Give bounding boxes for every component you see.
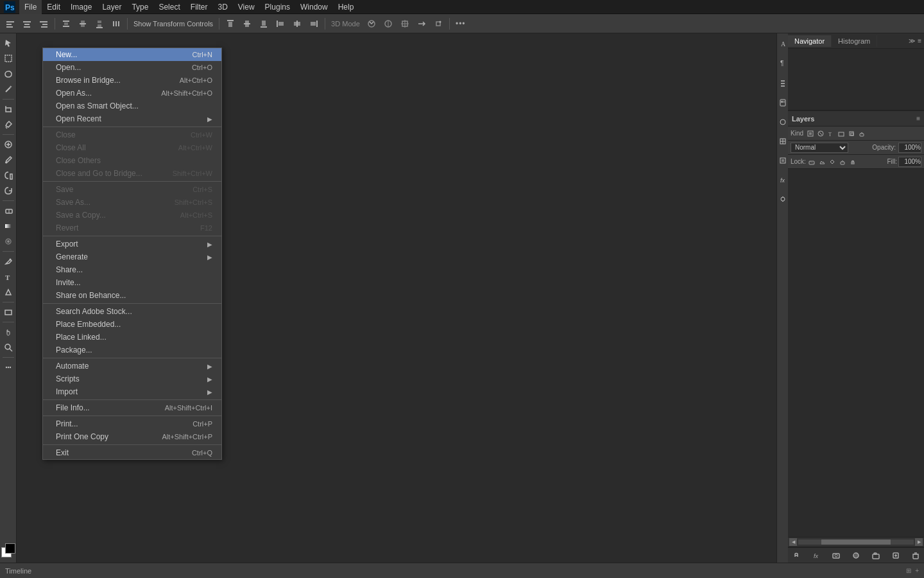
rectangle-tool[interactable] bbox=[1, 305, 15, 319]
magic-wand-tool[interactable] bbox=[1, 82, 15, 96]
brush-tool[interactable] bbox=[1, 153, 15, 167]
adjust-panel-icon[interactable] bbox=[778, 190, 788, 208]
menu-filter[interactable]: Filter bbox=[185, 0, 213, 14]
type-tool[interactable]: T bbox=[1, 270, 15, 284]
lock-transparent-btn[interactable] bbox=[807, 157, 816, 166]
delete-layer-btn[interactable] bbox=[910, 550, 921, 561]
lock-position-btn[interactable] bbox=[838, 157, 847, 166]
menu-item-invite---[interactable]: Invite... bbox=[43, 276, 221, 289]
menu-item-place-linked---[interactable]: Place Linked... bbox=[43, 331, 221, 344]
menu-item-print-one-copy[interactable]: Print One CopyAlt+Shift+Ctrl+P bbox=[43, 430, 221, 443]
brush-panel-icon[interactable] bbox=[778, 113, 788, 131]
menu-item-file-info---[interactable]: File Info...Alt+Shift+Ctrl+I bbox=[43, 401, 221, 414]
dist-bot-btn[interactable] bbox=[92, 16, 107, 31]
add-mask-btn[interactable] bbox=[830, 550, 842, 561]
menu-file[interactable]: File bbox=[19, 0, 42, 14]
menu-item-package---[interactable]: Package... bbox=[43, 344, 221, 356]
menu-item-import[interactable]: Import▶ bbox=[43, 385, 221, 398]
menu-item-print---[interactable]: Print...Ctrl+P bbox=[43, 417, 221, 430]
adjustment-filter-icon[interactable] bbox=[816, 129, 825, 138]
healing-tool[interactable] bbox=[1, 137, 15, 152]
lasso-tool[interactable] bbox=[1, 67, 15, 81]
scroll-right-btn[interactable]: ▶ bbox=[915, 538, 923, 546]
3d-roll-btn[interactable] bbox=[381, 16, 396, 31]
lock-filter-icon[interactable] bbox=[857, 129, 866, 138]
properties-panel-icon[interactable] bbox=[778, 74, 788, 92]
add-timeline-icon[interactable]: + bbox=[915, 567, 919, 574]
dist-mid-btn[interactable] bbox=[75, 16, 90, 31]
dist-top-btn[interactable] bbox=[58, 16, 74, 31]
menu-edit[interactable]: Edit bbox=[42, 0, 65, 14]
dist-vert-btn[interactable] bbox=[108, 16, 124, 31]
new-layer-btn[interactable] bbox=[890, 550, 902, 561]
menu-help[interactable]: Help bbox=[333, 0, 359, 14]
lock-image-btn[interactable] bbox=[817, 157, 826, 166]
zoom-tool[interactable] bbox=[1, 340, 15, 355]
layers-menu-icon[interactable]: ≡ bbox=[916, 115, 920, 122]
menu-item-open---[interactable]: Open...Ctrl+O bbox=[43, 61, 221, 74]
align-top-btn[interactable] bbox=[223, 16, 238, 31]
align-center-btn[interactable] bbox=[19, 16, 35, 31]
fx-panel-icon[interactable]: fx bbox=[778, 171, 788, 189]
menu-item-share-on-behance---[interactable]: Share on Behance... bbox=[43, 289, 221, 302]
menu-item-search-adobe-stock---[interactable]: Search Adobe Stock... bbox=[43, 305, 221, 318]
eyedropper-tool[interactable] bbox=[1, 118, 15, 132]
text-panel-icon[interactable]: A bbox=[778, 36, 788, 54]
pen-tool[interactable] bbox=[1, 254, 15, 268]
menu-image[interactable]: Image bbox=[65, 0, 97, 14]
menu-item-new---[interactable]: New...Ctrl+N bbox=[43, 48, 221, 61]
menu-select[interactable]: Select bbox=[153, 0, 185, 14]
menu-item-exit[interactable]: ExitCtrl+Q bbox=[43, 446, 221, 459]
extra-tools-btn[interactable] bbox=[1, 360, 15, 374]
table-panel-icon[interactable] bbox=[778, 132, 788, 150]
menu-item-browse-in-bridge---[interactable]: Browse in Bridge...Alt+Ctrl+O bbox=[43, 74, 221, 87]
move-tool[interactable] bbox=[1, 36, 15, 50]
blur-tool[interactable] bbox=[1, 234, 15, 249]
3d-rot-btn[interactable] bbox=[364, 16, 379, 31]
3d-pan-btn[interactable] bbox=[397, 16, 413, 31]
menu-item-place-embedded---[interactable]: Place Embedded... bbox=[43, 318, 221, 331]
menu-3d[interactable]: 3D bbox=[212, 0, 232, 14]
smartobj-filter-icon[interactable] bbox=[847, 129, 856, 138]
align-hmid-btn[interactable] bbox=[289, 16, 305, 31]
blend-mode-select[interactable]: Normal Multiply Screen Overlay bbox=[791, 143, 848, 153]
more-options-btn[interactable]: ••• bbox=[453, 16, 468, 31]
history-brush-tool[interactable] bbox=[1, 184, 15, 198]
lock-artboard-btn[interactable] bbox=[828, 157, 837, 166]
align-hright-btn[interactable] bbox=[306, 16, 321, 31]
menu-item-open-as-smart-object---[interactable]: Open as Smart Object... bbox=[43, 100, 221, 112]
menu-item-export[interactable]: Export▶ bbox=[43, 238, 221, 250]
foreground-color[interactable] bbox=[5, 543, 15, 554]
align-right-btn[interactable] bbox=[36, 16, 51, 31]
crop-tool[interactable] bbox=[1, 102, 15, 116]
align-left-btn[interactable] bbox=[3, 16, 18, 31]
histogram-tab[interactable]: Histogram bbox=[832, 35, 877, 47]
menu-window[interactable]: Window bbox=[295, 0, 333, 14]
menu-item-generate[interactable]: Generate▶ bbox=[43, 250, 221, 263]
layers-scrollbar[interactable]: ◀ ▶ bbox=[788, 537, 924, 547]
fill-input[interactable] bbox=[898, 157, 921, 167]
swatches-panel-icon[interactable] bbox=[778, 94, 788, 112]
align-vmid-btn[interactable] bbox=[239, 16, 255, 31]
hand-tool[interactable] bbox=[1, 325, 15, 339]
marquee-tool[interactable] bbox=[1, 51, 15, 66]
new-group-btn[interactable] bbox=[870, 550, 882, 561]
pixel-filter-icon[interactable] bbox=[806, 129, 815, 138]
gradient-tool[interactable] bbox=[1, 219, 15, 233]
add-style-btn[interactable]: fx bbox=[810, 550, 822, 561]
content-panel-icon[interactable] bbox=[778, 152, 788, 170]
scroll-track[interactable] bbox=[798, 539, 914, 545]
3d-scale-btn[interactable] bbox=[431, 16, 446, 31]
shape-filter-icon[interactable] bbox=[837, 129, 846, 138]
menu-plugins[interactable]: Plugins bbox=[260, 0, 295, 14]
panel-menu-icon[interactable]: ≡ bbox=[918, 37, 921, 44]
menu-item-automate[interactable]: Automate▶ bbox=[43, 360, 221, 372]
paragraph-panel-icon[interactable]: ¶ bbox=[778, 55, 788, 73]
3d-slide-btn[interactable] bbox=[414, 16, 429, 31]
opacity-input[interactable] bbox=[898, 143, 921, 153]
path-selection-tool[interactable] bbox=[1, 285, 15, 299]
expand-timeline-icon[interactable]: ⊞ bbox=[906, 567, 911, 574]
link-layers-btn[interactable] bbox=[791, 550, 802, 561]
expand-panel-icon[interactable]: ≫ bbox=[909, 37, 915, 44]
menu-layer[interactable]: Layer bbox=[97, 0, 126, 14]
